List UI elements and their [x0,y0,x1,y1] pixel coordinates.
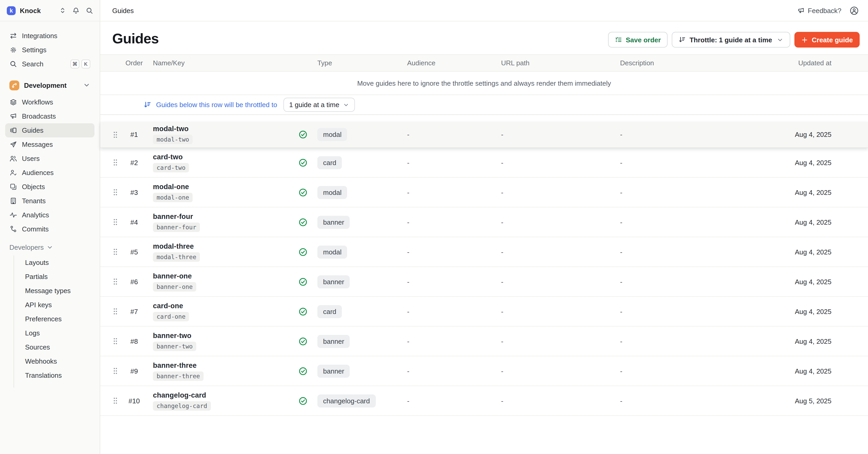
drag-handle-icon[interactable] [108,189,122,196]
sidebar-item-layouts[interactable]: Layouts [21,255,94,269]
sidebar-item-commits[interactable]: Commits [5,222,94,236]
guide-key-badge: card-two [153,163,189,172]
workflows-icon [9,98,17,106]
sidebar-item-search[interactable]: Search ⌘ K [5,57,94,71]
drag-handle-icon[interactable] [108,397,122,404]
drag-handle-icon[interactable] [108,338,122,345]
guide-name-link[interactable]: banner-two [153,332,191,339]
environment-name: Development [24,81,66,89]
drag-handle-icon[interactable] [108,131,122,138]
sidebar-item-sources[interactable]: Sources [21,340,94,354]
sidebar-item-messages[interactable]: Messages [5,137,94,151]
updated-at-cell: Aug 4, 2025 [716,131,868,138]
sidebar-item-analytics[interactable]: Analytics [5,208,94,222]
save-order-button[interactable]: Save order [608,32,668,48]
table-row[interactable]: #6 banner-onebanner-one banner - - - Aug… [100,267,868,297]
search-shortcut: ⌘ K [70,60,90,68]
url-path-cell: - [497,218,591,226]
developers-section-toggle[interactable]: Developers [5,240,94,254]
url-path-cell: - [497,278,591,285]
drag-handle-icon[interactable] [108,159,122,166]
megaphone-icon [9,112,17,120]
table-row[interactable]: #8 banner-twobanner-two banner - - - Aug… [100,327,868,356]
type-badge: banner [317,216,350,229]
status-active-icon [296,277,310,286]
row-order: #9 [122,367,146,375]
sidebar-item-translations[interactable]: Translations [21,368,94,382]
status-active-icon [296,337,310,346]
guide-name-link[interactable]: modal-three [153,242,194,250]
drag-handle-icon[interactable] [108,308,122,315]
sidebar-item-partials[interactable]: Partials [21,269,94,284]
sidebar-item-api-keys[interactable]: API keys [21,298,94,312]
sidebar-item-message-types[interactable]: Message types [21,284,94,298]
status-active-icon [296,188,310,197]
sidebar-item-settings[interactable]: Settings [5,43,94,57]
search-icon[interactable] [86,6,93,15]
description-cell: - [591,248,716,256]
guide-name-link[interactable]: card-one [153,302,183,310]
developers-section-label: Developers [9,244,44,251]
sidebar-item-webhooks[interactable]: Webhooks [21,354,94,368]
sidebar-item-broadcasts[interactable]: Broadcasts [5,109,94,123]
workspace-switcher-icon[interactable] [59,7,66,14]
updated-at-cell: Aug 4, 2025 [716,308,868,315]
guide-name-link[interactable]: banner-three [153,361,196,369]
drag-handle-icon[interactable] [108,218,122,226]
audience-cell: - [403,131,497,138]
throttle-dropdown-button[interactable]: Throttle: 1 guide at a time [672,32,790,48]
guide-name-link[interactable]: card-two [153,153,183,161]
sidebar-nav: Integrations Settings Search ⌘ K Develop… [0,22,100,388]
table-row[interactable]: #3 modal-onemodal-one modal - - - Aug 4,… [100,178,868,207]
guide-name-link[interactable]: modal-one [153,182,189,191]
table-row[interactable]: #1 modal-twomodal-two modal - - - Aug 4,… [100,122,868,148]
workspace-header[interactable]: k Knock [0,0,100,22]
status-active-icon [296,307,310,316]
audience-cell: - [403,159,497,166]
drag-handle-icon[interactable] [108,367,122,375]
unthrottled-dropzone-banner[interactable]: Move guides here to ignore the throttle … [100,72,868,95]
sidebar-item-preferences[interactable]: Preferences [21,312,94,326]
guide-key-badge: modal-two [153,135,193,144]
column-header-audience: Audience [403,59,497,67]
create-guide-button[interactable]: Create guide [795,32,860,48]
topbar: Guides Feedback? [100,0,868,22]
drag-handle-icon[interactable] [108,278,122,285]
table-row[interactable]: #10 changelog-cardchangelog-card changel… [100,386,868,416]
guide-key-badge: banner-one [153,282,196,291]
column-header-updated-at: Updated at [716,59,868,67]
sidebar-item-guides[interactable]: Guides [5,123,94,137]
table-row[interactable]: #5 modal-threemodal-three modal - - - Au… [100,237,868,267]
environment-avatar [9,80,19,90]
sidebar-item-tenants[interactable]: Tenants [5,194,94,208]
guide-name-link[interactable]: banner-one [153,272,192,280]
table-row[interactable]: #7 card-onecard-one card - - - Aug 4, 20… [100,297,868,327]
sidebar-item-audiences[interactable]: Audiences [5,166,94,180]
feedback-button[interactable]: Feedback? [797,6,841,15]
sidebar-item-workflows[interactable]: Workflows [5,95,94,109]
user-avatar-icon[interactable] [849,5,859,16]
sidebar-item-objects[interactable]: Objects [5,180,94,194]
throttle-amount-select[interactable]: 1 guide at a time [283,98,355,112]
type-badge: modal [317,245,347,258]
guide-name-link[interactable]: changelog-card [153,391,206,399]
main-content: Guides Feedback? Guides Save order Throt… [100,0,868,454]
guide-name-link[interactable]: modal-two [153,125,189,133]
url-path-cell: - [497,248,591,256]
drag-handle-icon[interactable] [108,248,122,255]
column-header-order: Order [122,59,146,67]
table-row[interactable]: #2 card-twocard-two card - - - Aug 4, 20… [100,148,868,178]
notifications-bell-icon[interactable] [72,6,80,15]
guides-icon [9,126,17,134]
table-row[interactable]: #9 banner-threebanner-three banner - - -… [100,356,868,386]
sidebar-item-users[interactable]: Users [5,151,94,166]
sidebar-item-label: Analytics [22,211,49,219]
guide-name-link[interactable]: banner-four [153,212,193,220]
search-icon [9,60,17,68]
description-cell: - [591,188,716,196]
sidebar-item-integrations[interactable]: Integrations [5,29,94,43]
sidebar-item-logs[interactable]: Logs [21,326,94,340]
environment-switcher[interactable]: Development [5,77,94,93]
page-header: Guides Save order Throttle: 1 guide at a… [100,22,868,54]
table-row[interactable]: #4 banner-fourbanner-four banner - - - A… [100,207,868,237]
